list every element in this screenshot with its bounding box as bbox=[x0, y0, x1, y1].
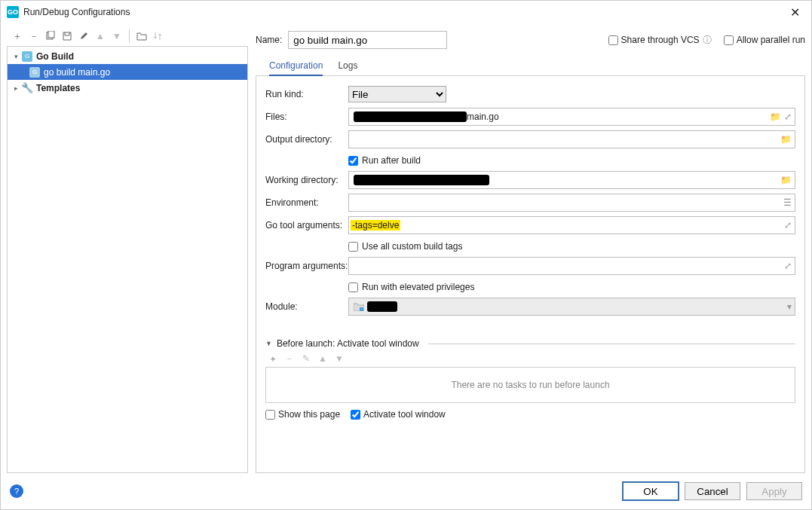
working-dir-input[interactable]: 📁 bbox=[348, 171, 795, 189]
run-elevated-checkbox[interactable] bbox=[348, 282, 358, 292]
row-output-dir: Output directory: 📁 bbox=[265, 129, 795, 150]
edit-defaults-icon[interactable] bbox=[76, 29, 91, 44]
files-input[interactable]: main.go 📁 ⤢ bbox=[348, 108, 795, 126]
separator-line bbox=[428, 344, 795, 344]
expand-icon[interactable]: ⤢ bbox=[784, 261, 792, 271]
show-page-label: Show this page bbox=[278, 409, 340, 420]
edit-task-icon[interactable]: ✎ bbox=[299, 351, 314, 366]
files-suffix: main.go bbox=[467, 111, 499, 122]
expand-icon[interactable]: ⤢ bbox=[784, 220, 792, 231]
show-page-input[interactable] bbox=[265, 410, 275, 420]
copy-icon[interactable] bbox=[43, 29, 58, 44]
go-build-icon: G bbox=[21, 50, 33, 63]
before-launch-list: There are no tasks to run before launch bbox=[265, 367, 795, 403]
tab-configuration[interactable]: Configuration bbox=[269, 56, 323, 76]
activate-window-checkbox[interactable]: Activate tool window bbox=[351, 409, 446, 420]
tabs: Configuration Logs bbox=[256, 56, 805, 76]
expand-arrow-icon[interactable]: ▸ bbox=[11, 84, 21, 92]
name-input[interactable] bbox=[288, 31, 447, 49]
run-kind-label: Run kind: bbox=[265, 89, 348, 99]
collapse-arrow-icon[interactable]: ▼ bbox=[265, 340, 272, 347]
share-vcs-label: Share through VCS bbox=[621, 35, 700, 45]
module-label: Module: bbox=[265, 301, 348, 312]
row-go-tool-args: Go tool arguments: -tags=delve ⤢ bbox=[265, 215, 795, 236]
empty-tasks-text: There are no tasks to run before launch bbox=[451, 380, 609, 390]
remove-icon[interactable]: － bbox=[26, 29, 41, 44]
browse-icon[interactable]: 📁 bbox=[780, 175, 792, 185]
list-icon[interactable]: ☰ bbox=[783, 197, 792, 208]
row-use-custom-tags: Use all custom build tags bbox=[265, 237, 795, 255]
help-icon[interactable]: ⓘ bbox=[703, 34, 712, 47]
name-row: Name: Share through VCS ⓘ Allow parallel… bbox=[256, 26, 805, 56]
config-tree[interactable]: ▾ G Go Build G go build main.go ▸ 🔧 Temp… bbox=[7, 46, 248, 473]
cancel-button[interactable]: Cancel bbox=[685, 482, 740, 500]
share-vcs-checkbox[interactable]: Share through VCS ⓘ bbox=[608, 34, 712, 47]
before-launch-section: ▼ Before launch: Activate tool window ＋ … bbox=[265, 338, 795, 420]
before-launch-header[interactable]: ▼ Before launch: Activate tool window bbox=[265, 338, 795, 349]
row-module: Module: ▾ bbox=[265, 296, 795, 317]
activate-window-label: Activate tool window bbox=[363, 409, 446, 420]
add-task-icon[interactable]: ＋ bbox=[265, 351, 280, 366]
row-working-dir: Working directory: 📁 bbox=[265, 169, 795, 191]
show-page-checkbox[interactable]: Show this page bbox=[265, 409, 340, 420]
share-vcs-input[interactable] bbox=[608, 35, 618, 45]
move-up-icon[interactable]: ▲ bbox=[93, 29, 108, 44]
allow-parallel-label: Allow parallel run bbox=[737, 35, 805, 45]
move-down-icon[interactable]: ▼ bbox=[109, 29, 124, 44]
output-dir-label: Output directory: bbox=[265, 134, 348, 145]
add-icon[interactable]: ＋ bbox=[10, 29, 25, 44]
tree-label: Templates bbox=[36, 83, 80, 93]
wrench-icon: 🔧 bbox=[21, 82, 33, 94]
window-title: Run/Debug Configurations bbox=[23, 7, 784, 17]
activate-window-input[interactable] bbox=[351, 410, 360, 420]
go-config-icon: G bbox=[29, 66, 41, 78]
run-elevated-label: Run with elevated privileges bbox=[362, 282, 474, 292]
output-dir-input[interactable]: 📁 bbox=[348, 130, 795, 148]
module-folder-icon bbox=[354, 302, 364, 311]
tree-node-go-build[interactable]: ▾ G Go Build bbox=[8, 48, 247, 64]
sort-icon[interactable] bbox=[151, 29, 166, 44]
program-args-input[interactable]: ⤢ bbox=[348, 257, 795, 275]
expand-arrow-icon[interactable]: ▾ bbox=[11, 53, 21, 60]
working-dir-label: Working directory: bbox=[265, 175, 348, 185]
redacted-module bbox=[367, 301, 397, 312]
left-pane: ＋ － ▲ ▼ bbox=[7, 26, 248, 473]
files-label: Files: bbox=[265, 111, 348, 122]
row-run-after-build: Run after build bbox=[265, 151, 795, 169]
tree-node-config[interactable]: G go build main.go bbox=[8, 64, 247, 80]
remove-task-icon[interactable]: － bbox=[282, 351, 297, 366]
environment-input[interactable]: ☰ bbox=[348, 194, 795, 212]
browse-icon[interactable]: 📁 bbox=[770, 111, 781, 122]
right-pane: Name: Share through VCS ⓘ Allow parallel… bbox=[256, 26, 805, 473]
name-label: Name: bbox=[256, 35, 282, 45]
apply-button[interactable]: Apply bbox=[746, 482, 802, 500]
run-debug-config-window: GO Run/Debug Configurations ✕ ＋ － ▲ ▼ bbox=[0, 0, 812, 510]
footer-checkboxes: Show this page Activate tool window bbox=[265, 403, 795, 420]
browse-icon[interactable]: 📁 bbox=[780, 134, 792, 145]
run-after-build-checkbox[interactable] bbox=[348, 156, 358, 166]
folder-icon[interactable] bbox=[134, 29, 149, 44]
chevron-down-icon[interactable]: ▾ bbox=[787, 301, 792, 312]
toolbar-separator bbox=[129, 29, 130, 43]
ok-button[interactable]: OK bbox=[623, 482, 679, 500]
allow-parallel-checkbox[interactable]: Allow parallel run bbox=[724, 35, 805, 45]
tab-logs[interactable]: Logs bbox=[338, 56, 357, 75]
program-args-label: Program arguments: bbox=[265, 261, 348, 271]
bottom-bar: ? OK Cancel Apply bbox=[1, 473, 811, 509]
use-custom-tags-checkbox[interactable] bbox=[348, 242, 358, 252]
svg-rect-1 bbox=[48, 31, 54, 38]
allow-parallel-input[interactable] bbox=[724, 35, 734, 45]
go-logo-icon: GO bbox=[7, 6, 19, 18]
expand-icon[interactable]: ⤢ bbox=[784, 111, 792, 122]
config-panel: Run kind: File Files: main.go 📁 ⤢ bbox=[256, 76, 805, 473]
close-icon[interactable]: ✕ bbox=[784, 2, 805, 23]
svg-rect-2 bbox=[360, 307, 363, 311]
task-up-icon[interactable]: ▲ bbox=[315, 351, 330, 366]
go-tool-args-input[interactable]: -tags=delve ⤢ bbox=[348, 216, 795, 234]
help-icon[interactable]: ? bbox=[10, 484, 23, 498]
task-down-icon[interactable]: ▼ bbox=[332, 351, 347, 366]
run-kind-select[interactable]: File bbox=[348, 86, 446, 102]
tree-node-templates[interactable]: ▸ 🔧 Templates bbox=[8, 80, 247, 96]
save-icon[interactable] bbox=[60, 29, 75, 44]
module-select[interactable]: ▾ bbox=[348, 298, 795, 316]
